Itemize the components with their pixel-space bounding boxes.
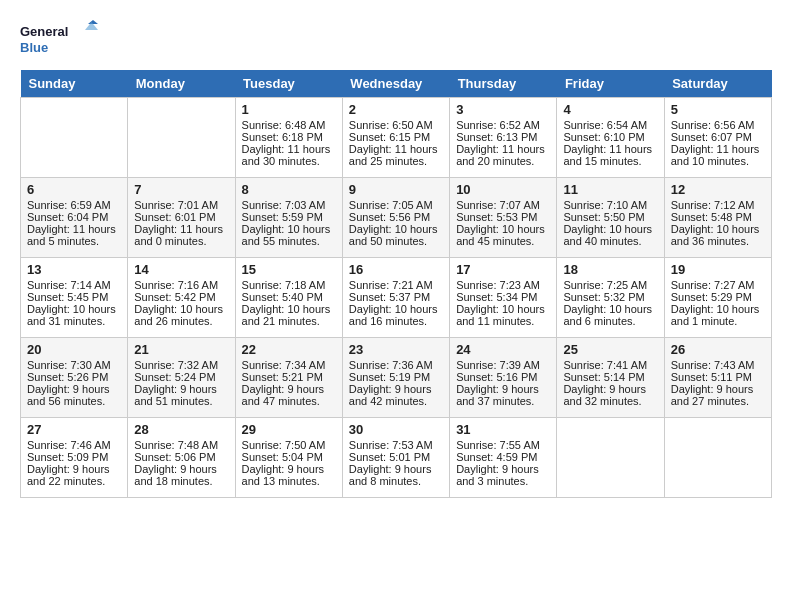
day-number: 3 — [456, 102, 550, 117]
calendar-cell: 30Sunrise: 7:53 AMSunset: 5:01 PMDayligh… — [342, 418, 449, 498]
cell-info: Sunrise: 7:23 AMSunset: 5:34 PMDaylight:… — [456, 279, 545, 327]
cell-info: Sunrise: 6:48 AMSunset: 6:18 PMDaylight:… — [242, 119, 331, 167]
day-number: 31 — [456, 422, 550, 437]
cell-info: Sunrise: 7:39 AMSunset: 5:16 PMDaylight:… — [456, 359, 540, 407]
cell-info: Sunrise: 7:36 AMSunset: 5:19 PMDaylight:… — [349, 359, 433, 407]
calendar-cell: 23Sunrise: 7:36 AMSunset: 5:19 PMDayligh… — [342, 338, 449, 418]
day-number: 10 — [456, 182, 550, 197]
column-header-tuesday: Tuesday — [235, 70, 342, 98]
calendar-cell: 20Sunrise: 7:30 AMSunset: 5:26 PMDayligh… — [21, 338, 128, 418]
day-number: 18 — [563, 262, 657, 277]
cell-info: Sunrise: 7:14 AMSunset: 5:45 PMDaylight:… — [27, 279, 116, 327]
calendar-cell: 6Sunrise: 6:59 AMSunset: 6:04 PMDaylight… — [21, 178, 128, 258]
cell-info: Sunrise: 7:46 AMSunset: 5:09 PMDaylight:… — [27, 439, 111, 487]
calendar-cell: 29Sunrise: 7:50 AMSunset: 5:04 PMDayligh… — [235, 418, 342, 498]
svg-text:Blue: Blue — [20, 40, 48, 55]
day-number: 21 — [134, 342, 228, 357]
day-number: 13 — [27, 262, 121, 277]
cell-info: Sunrise: 6:56 AMSunset: 6:07 PMDaylight:… — [671, 119, 760, 167]
header-row: SundayMondayTuesdayWednesdayThursdayFrid… — [21, 70, 772, 98]
week-row-2: 6Sunrise: 6:59 AMSunset: 6:04 PMDaylight… — [21, 178, 772, 258]
cell-info: Sunrise: 6:50 AMSunset: 6:15 PMDaylight:… — [349, 119, 438, 167]
cell-info: Sunrise: 6:52 AMSunset: 6:13 PMDaylight:… — [456, 119, 545, 167]
day-number: 26 — [671, 342, 765, 357]
calendar-table: SundayMondayTuesdayWednesdayThursdayFrid… — [20, 70, 772, 498]
calendar-cell: 3Sunrise: 6:52 AMSunset: 6:13 PMDaylight… — [450, 98, 557, 178]
day-number: 29 — [242, 422, 336, 437]
svg-marker-2 — [88, 20, 98, 24]
cell-info: Sunrise: 7:43 AMSunset: 5:11 PMDaylight:… — [671, 359, 755, 407]
calendar-cell: 28Sunrise: 7:48 AMSunset: 5:06 PMDayligh… — [128, 418, 235, 498]
cell-info: Sunrise: 7:55 AMSunset: 4:59 PMDaylight:… — [456, 439, 540, 487]
day-number: 4 — [563, 102, 657, 117]
cell-info: Sunrise: 7:30 AMSunset: 5:26 PMDaylight:… — [27, 359, 111, 407]
cell-info: Sunrise: 7:10 AMSunset: 5:50 PMDaylight:… — [563, 199, 652, 247]
column-header-saturday: Saturday — [664, 70, 771, 98]
calendar-cell — [557, 418, 664, 498]
day-number: 23 — [349, 342, 443, 357]
column-header-sunday: Sunday — [21, 70, 128, 98]
calendar-cell: 18Sunrise: 7:25 AMSunset: 5:32 PMDayligh… — [557, 258, 664, 338]
cell-info: Sunrise: 7:16 AMSunset: 5:42 PMDaylight:… — [134, 279, 223, 327]
column-header-thursday: Thursday — [450, 70, 557, 98]
cell-info: Sunrise: 7:18 AMSunset: 5:40 PMDaylight:… — [242, 279, 331, 327]
day-number: 8 — [242, 182, 336, 197]
calendar-cell: 9Sunrise: 7:05 AMSunset: 5:56 PMDaylight… — [342, 178, 449, 258]
day-number: 17 — [456, 262, 550, 277]
cell-info: Sunrise: 7:21 AMSunset: 5:37 PMDaylight:… — [349, 279, 438, 327]
calendar-cell — [664, 418, 771, 498]
calendar-cell: 13Sunrise: 7:14 AMSunset: 5:45 PMDayligh… — [21, 258, 128, 338]
column-header-monday: Monday — [128, 70, 235, 98]
cell-info: Sunrise: 7:01 AMSunset: 6:01 PMDaylight:… — [134, 199, 223, 247]
calendar-cell: 8Sunrise: 7:03 AMSunset: 5:59 PMDaylight… — [235, 178, 342, 258]
calendar-cell: 17Sunrise: 7:23 AMSunset: 5:34 PMDayligh… — [450, 258, 557, 338]
calendar-cell — [21, 98, 128, 178]
calendar-cell: 7Sunrise: 7:01 AMSunset: 6:01 PMDaylight… — [128, 178, 235, 258]
day-number: 14 — [134, 262, 228, 277]
calendar-cell: 2Sunrise: 6:50 AMSunset: 6:15 PMDaylight… — [342, 98, 449, 178]
cell-info: Sunrise: 7:05 AMSunset: 5:56 PMDaylight:… — [349, 199, 438, 247]
week-row-3: 13Sunrise: 7:14 AMSunset: 5:45 PMDayligh… — [21, 258, 772, 338]
calendar-cell: 11Sunrise: 7:10 AMSunset: 5:50 PMDayligh… — [557, 178, 664, 258]
calendar-cell: 24Sunrise: 7:39 AMSunset: 5:16 PMDayligh… — [450, 338, 557, 418]
calendar-cell: 10Sunrise: 7:07 AMSunset: 5:53 PMDayligh… — [450, 178, 557, 258]
cell-info: Sunrise: 7:34 AMSunset: 5:21 PMDaylight:… — [242, 359, 326, 407]
cell-info: Sunrise: 7:48 AMSunset: 5:06 PMDaylight:… — [134, 439, 218, 487]
calendar-cell: 4Sunrise: 6:54 AMSunset: 6:10 PMDaylight… — [557, 98, 664, 178]
cell-info: Sunrise: 7:41 AMSunset: 5:14 PMDaylight:… — [563, 359, 647, 407]
week-row-5: 27Sunrise: 7:46 AMSunset: 5:09 PMDayligh… — [21, 418, 772, 498]
cell-info: Sunrise: 7:25 AMSunset: 5:32 PMDaylight:… — [563, 279, 652, 327]
day-number: 27 — [27, 422, 121, 437]
day-number: 5 — [671, 102, 765, 117]
day-number: 7 — [134, 182, 228, 197]
day-number: 20 — [27, 342, 121, 357]
day-number: 24 — [456, 342, 550, 357]
calendar-cell: 25Sunrise: 7:41 AMSunset: 5:14 PMDayligh… — [557, 338, 664, 418]
column-header-wednesday: Wednesday — [342, 70, 449, 98]
week-row-4: 20Sunrise: 7:30 AMSunset: 5:26 PMDayligh… — [21, 338, 772, 418]
calendar-cell: 19Sunrise: 7:27 AMSunset: 5:29 PMDayligh… — [664, 258, 771, 338]
day-number: 16 — [349, 262, 443, 277]
cell-info: Sunrise: 6:59 AMSunset: 6:04 PMDaylight:… — [27, 199, 116, 247]
day-number: 11 — [563, 182, 657, 197]
logo: General Blue — [20, 20, 100, 60]
day-number: 12 — [671, 182, 765, 197]
calendar-cell: 15Sunrise: 7:18 AMSunset: 5:40 PMDayligh… — [235, 258, 342, 338]
calendar-cell: 21Sunrise: 7:32 AMSunset: 5:24 PMDayligh… — [128, 338, 235, 418]
day-number: 2 — [349, 102, 443, 117]
day-number: 30 — [349, 422, 443, 437]
calendar-cell: 26Sunrise: 7:43 AMSunset: 5:11 PMDayligh… — [664, 338, 771, 418]
calendar-cell: 12Sunrise: 7:12 AMSunset: 5:48 PMDayligh… — [664, 178, 771, 258]
calendar-cell: 16Sunrise: 7:21 AMSunset: 5:37 PMDayligh… — [342, 258, 449, 338]
day-number: 22 — [242, 342, 336, 357]
calendar-cell: 14Sunrise: 7:16 AMSunset: 5:42 PMDayligh… — [128, 258, 235, 338]
calendar-cell — [128, 98, 235, 178]
cell-info: Sunrise: 7:50 AMSunset: 5:04 PMDaylight:… — [242, 439, 326, 487]
day-number: 19 — [671, 262, 765, 277]
cell-info: Sunrise: 7:07 AMSunset: 5:53 PMDaylight:… — [456, 199, 545, 247]
cell-info: Sunrise: 7:53 AMSunset: 5:01 PMDaylight:… — [349, 439, 433, 487]
week-row-1: 1Sunrise: 6:48 AMSunset: 6:18 PMDaylight… — [21, 98, 772, 178]
calendar-cell: 31Sunrise: 7:55 AMSunset: 4:59 PMDayligh… — [450, 418, 557, 498]
column-header-friday: Friday — [557, 70, 664, 98]
cell-info: Sunrise: 7:27 AMSunset: 5:29 PMDaylight:… — [671, 279, 760, 327]
